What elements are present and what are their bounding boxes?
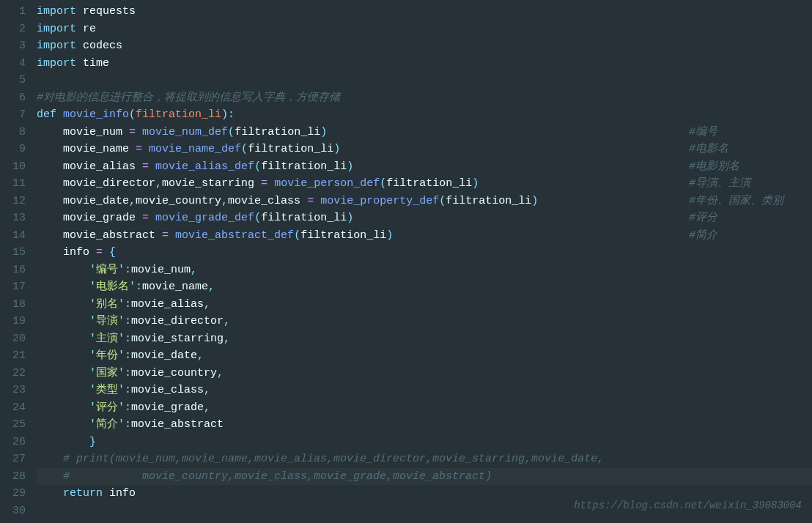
code-token (37, 264, 89, 276)
code-line[interactable]: movie_date,movie_country,movie_class = m… (37, 193, 812, 210)
code-token: = (307, 195, 314, 207)
code-token: movie_person_def (274, 177, 380, 190)
code-line[interactable]: import codecs (37, 37, 812, 55)
code-token (37, 418, 89, 431)
code-token: filtration_li (261, 212, 347, 224)
inline-comment: #评分 (689, 209, 717, 227)
code-token: , (204, 401, 210, 414)
code-token: 年份 (96, 349, 118, 362)
code-line[interactable]: '编号':movie_num, (37, 262, 812, 279)
code-token: , (221, 195, 228, 207)
code-token: 评分 (96, 401, 118, 414)
code-token (37, 470, 63, 483)
code-line[interactable]: movie_name = movie_name_def(filtration_l… (37, 141, 812, 158)
code-token: ) (472, 177, 479, 190)
code-token (103, 246, 109, 259)
code-token (254, 177, 261, 190)
code-token: ( (254, 212, 261, 224)
code-token: ' (118, 401, 125, 414)
code-token: movie_grade_def (155, 212, 254, 224)
code-token (136, 160, 142, 173)
code-token: ( (294, 229, 300, 242)
code-line[interactable]: '年份':movie_date, (37, 347, 812, 365)
code-line[interactable]: '电影名':movie_name, (37, 278, 812, 296)
line-number: 1 (0, 3, 26, 21)
code-line[interactable]: import re (37, 21, 812, 38)
code-line[interactable]: '导演':movie_director, (37, 313, 812, 330)
code-area[interactable]: import requestsimport reimport codecsimp… (37, 0, 812, 523)
code-token: ( (439, 195, 446, 207)
code-line[interactable]: movie_grade = movie_grade_def(filtration… (37, 209, 812, 227)
code-token: 别名 (96, 298, 118, 311)
code-token: filtration_li (261, 160, 347, 173)
code-line[interactable]: '别名':movie_alias, (37, 296, 812, 314)
code-line[interactable]: movie_alias = movie_alias_def(filtration… (37, 158, 812, 176)
code-token: , (197, 349, 204, 362)
code-token: movie_info (63, 108, 129, 121)
code-line[interactable]: #对电影的信息进行整合，将提取到的信息写入字典，方便存储 (37, 89, 812, 107)
watermark-text: https://blog.csdn.net/weixin_39083004 (574, 497, 802, 515)
code-token (155, 229, 162, 242)
code-line[interactable]: info = { (37, 244, 812, 262)
code-token (37, 315, 89, 327)
code-token: ) (531, 195, 538, 207)
code-token: = (261, 177, 267, 190)
code-token: 类型 (96, 384, 118, 396)
code-line[interactable]: import time (37, 55, 812, 73)
code-token (103, 487, 109, 500)
code-token (37, 160, 63, 173)
code-token (142, 143, 149, 155)
code-token (89, 246, 96, 259)
code-token: return (63, 487, 103, 500)
code-token (37, 143, 63, 155)
code-token: 主演 (96, 333, 118, 345)
inline-comment: #简介 (689, 227, 717, 245)
code-line[interactable]: movie_abstract = movie_abstract_def(filt… (37, 227, 812, 245)
code-token: movie_num_def (142, 126, 228, 138)
code-line[interactable]: } (37, 434, 812, 451)
line-number: 18 (0, 296, 26, 314)
code-token: , (191, 264, 197, 276)
code-token: : (125, 264, 131, 276)
code-line[interactable]: '主演':movie_starring, (37, 330, 812, 348)
code-line[interactable]: '类型':movie_class, (37, 382, 812, 399)
code-token (76, 5, 83, 18)
code-token: movie_abstract_def (175, 229, 294, 242)
code-line[interactable]: # movie_country,movie_class,movie_grade,… (37, 468, 812, 486)
code-token (37, 436, 89, 448)
code-token (169, 229, 175, 242)
code-token (37, 487, 63, 500)
inline-comment: #导演、主演 (689, 175, 750, 193)
code-line[interactable]: import requests (37, 3, 812, 21)
code-token: , (155, 177, 162, 190)
code-token: movie_num (63, 126, 122, 138)
code-token: , (129, 195, 136, 207)
line-number: 22 (0, 365, 26, 382)
code-token (149, 160, 155, 173)
code-line[interactable] (37, 72, 812, 89)
code-token: : (125, 367, 131, 379)
code-line[interactable]: # print(movie_num,movie_name,movie_alias… (37, 450, 812, 468)
inline-comment: #编号 (689, 124, 717, 141)
code-token (314, 195, 320, 207)
code-token (37, 212, 63, 224)
code-token: ' (89, 264, 96, 276)
code-line[interactable]: movie_director,movie_starring = movie_pe… (37, 175, 812, 193)
code-token (76, 57, 83, 70)
code-token (76, 40, 83, 52)
code-token: ' (118, 298, 125, 311)
code-line[interactable]: '国家':movie_country, (37, 365, 812, 382)
code-token: } (89, 436, 96, 448)
code-line[interactable]: movie_num = movie_num_def(filtration_li)… (37, 124, 812, 141)
code-token: ' (89, 349, 96, 362)
code-token (37, 126, 63, 138)
code-line[interactable]: '评分':movie_grade, (37, 399, 812, 417)
code-line[interactable]: def movie_info(filtration_li): (37, 106, 812, 124)
code-token: # print(movie_num,movie_name,movie_alias… (63, 453, 604, 465)
code-token: 导演 (96, 315, 118, 327)
code-token: ' (118, 315, 125, 327)
line-number: 19 (0, 313, 26, 330)
code-line[interactable]: '简介':movie_abstract (37, 416, 812, 434)
code-editor[interactable]: 1234567891011121314151617181920212223242… (0, 0, 812, 523)
code-token (76, 23, 83, 35)
